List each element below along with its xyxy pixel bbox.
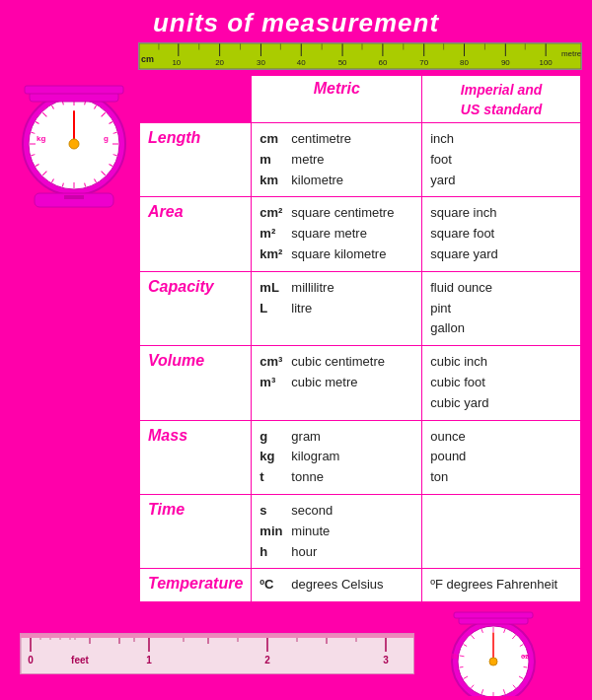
svg-text:100: 100 — [540, 59, 553, 68]
svg-text:2: 2 — [264, 655, 270, 665]
metric-cell-length: cmcentimetremmetrekmkilometre — [252, 123, 422, 197]
svg-text:kg: kg — [37, 134, 45, 143]
imperial-cell-mass: ouncepoundton — [422, 420, 581, 494]
svg-rect-118 — [454, 612, 533, 618]
svg-text:lb: lb — [452, 653, 458, 660]
svg-point-63 — [69, 139, 79, 149]
scale-left: kg g — [10, 70, 138, 213]
measurement-table: Metric Imperial andUS standard Lengthcmc… — [138, 74, 582, 603]
svg-rect-92 — [21, 634, 414, 638]
imperial-cell-volume: cubic inchcubic footcubic yard — [422, 346, 581, 420]
title-bar: units of measurement — [0, 0, 592, 42]
metric-cell-temperature: ºC degrees Celsius — [252, 569, 422, 602]
svg-text:10: 10 — [172, 59, 181, 68]
ruler-top: cm 10 20 30 40 50 60 70 80 90 — [138, 42, 582, 70]
main-content: kg g — [10, 74, 582, 603]
svg-text:50: 50 — [338, 59, 347, 68]
row-label-length: Length — [139, 123, 252, 197]
metric-cell-mass: ggramkgkilogramttonne — [252, 420, 422, 494]
svg-rect-0 — [139, 43, 581, 69]
svg-text:40: 40 — [297, 59, 306, 68]
row-label-time: Time — [139, 494, 252, 568]
header-metric: Metric — [252, 75, 422, 123]
svg-text:feet: feet — [71, 655, 89, 665]
svg-text:cm: cm — [141, 54, 154, 64]
ruler-spacer — [10, 42, 138, 70]
scale-svg-right: lb oz — [434, 607, 543, 696]
metric-cell-volume: cm³cubic centimetrem³cubic metre — [252, 346, 422, 420]
scale-right: lb oz — [434, 607, 543, 700]
svg-text:60: 60 — [378, 59, 387, 68]
row-label-temperature: Temperature — [139, 569, 252, 602]
imperial-cell-time — [422, 494, 581, 568]
svg-rect-65 — [25, 86, 123, 94]
svg-text:20: 20 — [215, 59, 224, 68]
scale-svg-left: kg g — [15, 70, 133, 213]
svg-text:3: 3 — [383, 655, 389, 665]
metric-cell-time: ssecondminminutehhour — [252, 494, 422, 568]
ruler-bottom: 0 feet 1 2 3 — [20, 633, 414, 674]
svg-text:g: g — [104, 134, 109, 143]
svg-text:oz: oz — [521, 653, 529, 660]
svg-text:0: 0 — [28, 655, 34, 665]
svg-text:metre: metre — [561, 49, 581, 58]
metric-cell-capacity: mLmillilitreLlitre — [252, 271, 422, 345]
page-wrapper: units of measurement cm 10 20 30 40 — [0, 0, 592, 700]
svg-rect-67 — [64, 195, 84, 199]
header-imperial: Imperial andUS standard — [422, 75, 581, 123]
bottom-ruler-svg: 0 feet 1 2 3 — [21, 634, 414, 674]
row-label-mass: Mass — [139, 420, 252, 494]
svg-text:80: 80 — [460, 59, 469, 68]
imperial-cell-capacity: fluid ouncepintgallon — [422, 271, 581, 345]
row-label-volume: Volume — [139, 346, 252, 420]
svg-text:30: 30 — [257, 59, 265, 68]
svg-point-116 — [489, 658, 497, 665]
imperial-cell-area: square inchsquare footsquare yard — [422, 197, 581, 271]
imperial-cell-length: inchfootyard — [422, 123, 581, 197]
row-label-area: Area — [139, 197, 252, 271]
svg-text:90: 90 — [501, 59, 510, 68]
imperial-cell-temperature: ºF degrees Fahrenheit — [422, 569, 581, 602]
svg-text:70: 70 — [419, 59, 428, 68]
row-label-capacity: Capacity — [139, 271, 252, 345]
metric-cell-area: cm²square centimetrem²square metrekm²squ… — [252, 197, 422, 271]
bottom-section: 0 feet 1 2 3 — [10, 607, 582, 700]
page-title: units of measurement — [0, 8, 592, 38]
svg-text:1: 1 — [146, 655, 152, 665]
